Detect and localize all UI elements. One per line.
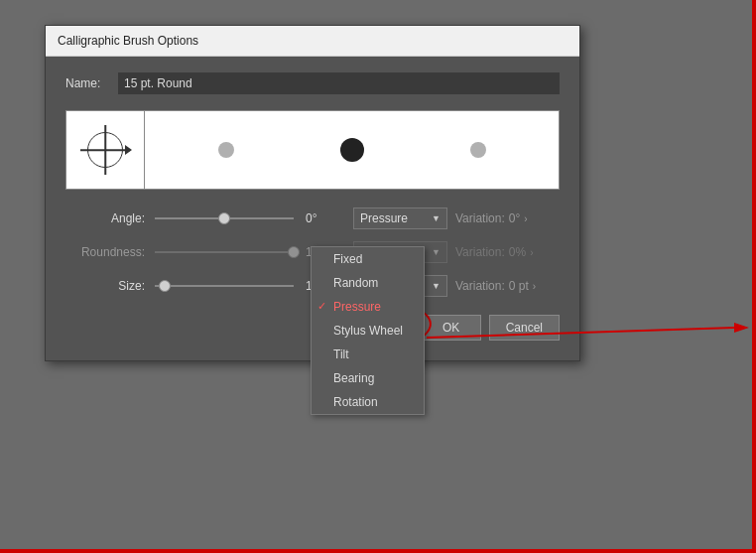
angle-label: Angle: (65, 211, 145, 225)
dropdown-item-stylus-wheel[interactable]: Stylus Wheel (312, 319, 424, 343)
preview-dot-large-center (340, 138, 364, 162)
red-border-bottom (0, 549, 756, 553)
size-variation-label: Variation: (455, 279, 505, 293)
angle-slider[interactable] (155, 217, 294, 219)
size-label: Size: (65, 279, 145, 293)
preview-area (65, 110, 560, 190)
angle-slider-thumb[interactable] (218, 212, 230, 224)
crosshair-icon (80, 125, 130, 175)
angle-value: 0° (306, 211, 345, 225)
angle-row: Angle: 0° Pressure ▼ Variation: 0° › (65, 207, 560, 229)
ok-button[interactable]: OK (422, 315, 481, 341)
size-slider-thumb[interactable] (159, 280, 171, 292)
dialog-titlebar: Calligraphic Brush Options (46, 26, 579, 57)
angle-type-dropdown-arrow: ▼ (432, 213, 441, 223)
svg-marker-1 (734, 323, 749, 333)
name-row: Name: (65, 72, 560, 94)
red-border-right (752, 0, 756, 553)
angle-variation-arrow: › (524, 213, 527, 224)
roundness-slider[interactable] (155, 251, 294, 253)
preview-dot-small-right (470, 142, 486, 158)
dropdown-item-bearing[interactable]: Bearing (312, 366, 424, 390)
size-type-dropdown-arrow: ▼ (432, 281, 441, 291)
dropdown-item-random[interactable]: Random (312, 271, 424, 295)
dropdown-item-fixed[interactable]: Fixed (312, 247, 424, 271)
size-slider[interactable] (155, 285, 294, 287)
type-dropdown-menu: Fixed Random Pressure Stylus Wheel Tilt … (311, 246, 425, 415)
brush-preview-dots (145, 110, 560, 190)
crosshair-arrow (125, 145, 132, 155)
size-variation-arrow: › (533, 281, 536, 292)
roundness-variation-arrow: › (530, 247, 533, 258)
roundness-label: Roundness: (65, 245, 145, 259)
roundness-type-dropdown-arrow: ▼ (432, 247, 441, 257)
roundness-variation-label: Variation: (455, 245, 505, 259)
roundness-variation-value: 0% (509, 245, 526, 259)
angle-type-dropdown[interactable]: Pressure ▼ (353, 207, 447, 229)
name-label: Name: (65, 76, 110, 90)
dialog-title: Calligraphic Brush Options (58, 34, 198, 48)
preview-dot-small-left (218, 142, 234, 158)
name-input[interactable] (118, 72, 560, 94)
roundness-slider-thumb[interactable] (288, 246, 300, 258)
brush-preview-icon (65, 110, 145, 190)
angle-variation-label: Variation: (455, 211, 505, 225)
crosshair-vertical (104, 125, 106, 175)
dropdown-item-rotation[interactable]: Rotation (312, 390, 424, 414)
size-variation-value: 0 pt (509, 279, 529, 293)
dropdown-item-pressure[interactable]: Pressure (312, 295, 424, 319)
dropdown-item-tilt[interactable]: Tilt (312, 343, 424, 366)
cancel-button[interactable]: Cancel (489, 315, 560, 341)
angle-variation-value: 0° (509, 211, 520, 225)
angle-type-label: Pressure (360, 211, 408, 225)
